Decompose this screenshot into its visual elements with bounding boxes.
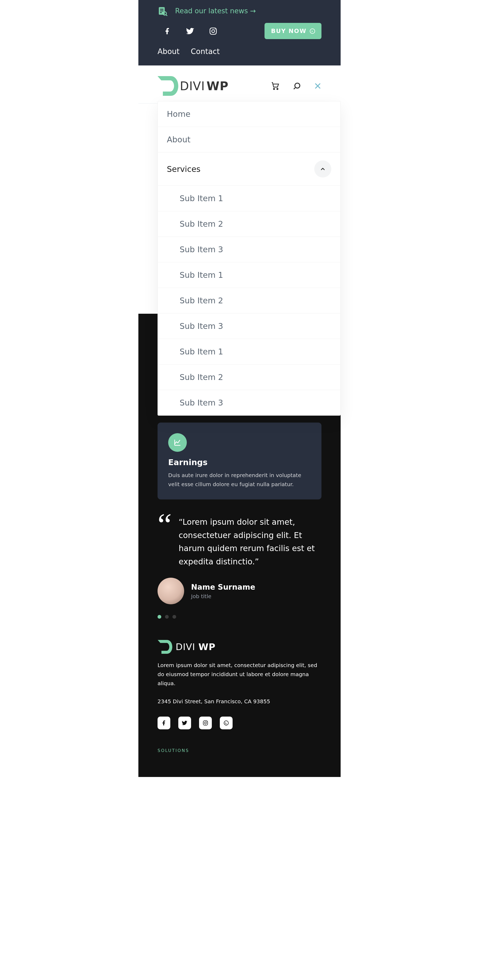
instagram-icon[interactable]: [208, 27, 218, 36]
cart-icon[interactable]: [271, 81, 280, 91]
submenu-label: Sub Item 2: [180, 296, 223, 305]
twitter-icon[interactable]: [186, 27, 195, 36]
svg-point-20: [224, 721, 229, 725]
footer-social: [158, 717, 321, 729]
footer-instagram-icon[interactable]: [199, 717, 212, 729]
carousel-dot[interactable]: [172, 615, 176, 619]
close-icon[interactable]: [314, 82, 321, 90]
menu-item-label: Home: [167, 109, 191, 119]
svg-point-10: [277, 88, 278, 89]
svg-point-9: [274, 88, 275, 89]
submenu-label: Sub Item 1: [180, 194, 223, 203]
avatar: [158, 578, 184, 604]
facebook-icon[interactable]: [163, 27, 172, 36]
footer-whatsapp-icon[interactable]: [220, 717, 232, 729]
footer-twitter-icon[interactable]: [178, 717, 191, 729]
topbar-links: About Contact: [158, 47, 321, 58]
card-title: Earnings: [168, 458, 311, 467]
news-icon: [158, 6, 168, 16]
logo-text-2: WP: [207, 79, 229, 93]
svg-rect-6: [210, 28, 216, 34]
footer-description: Lorem ipsum dolor sit amet, consectetur …: [158, 661, 321, 688]
submenu-label: Sub Item 2: [180, 219, 223, 229]
svg-rect-17: [203, 721, 208, 725]
logo-mark-icon: [158, 76, 178, 96]
logo[interactable]: DIVIWP: [158, 76, 229, 96]
submenu-label: Sub Item 2: [180, 372, 223, 382]
quote-icon: “: [158, 515, 172, 535]
testimonial: “ “Lorem ipsum dolor sit amet, consectet…: [158, 515, 321, 568]
submenu-item[interactable]: Sub Item 2: [158, 211, 341, 237]
submenu-item[interactable]: Sub Item 3: [158, 390, 341, 415]
svg-point-19: [207, 721, 207, 722]
chart-icon: [168, 433, 187, 452]
svg-point-7: [212, 30, 215, 32]
testimonial-author: Name Surname Job title: [158, 578, 321, 604]
topbar-contact-link[interactable]: Contact: [191, 47, 220, 56]
submenu-item[interactable]: Sub Item 1: [158, 262, 341, 288]
footer-logo-text-2: WP: [199, 641, 216, 652]
svg-point-18: [204, 722, 206, 724]
author-name: Name Surname: [191, 583, 255, 592]
menu-item-services[interactable]: Services: [158, 153, 341, 186]
author-title: Job title: [191, 593, 211, 600]
submenu-item[interactable]: Sub Item 2: [158, 364, 341, 390]
svg-point-11: [295, 83, 300, 88]
chevron-up-icon[interactable]: [314, 161, 331, 178]
buy-now-button[interactable]: BUY NOW ›: [264, 23, 321, 39]
submenu-item[interactable]: Sub Item 1: [158, 186, 341, 211]
carousel-dot[interactable]: [158, 615, 161, 619]
submenu-label: Sub Item 3: [180, 321, 223, 331]
header: DIVIWP: [138, 65, 341, 103]
search-icon[interactable]: [292, 81, 302, 91]
menu-item-about[interactable]: About: [158, 127, 341, 153]
news-link[interactable]: Read our latest news →: [175, 7, 256, 15]
footer-logo-text-1: DIVI: [176, 641, 195, 652]
footer-address: 2345 Divi Street, San Francisco, CA 9385…: [158, 697, 321, 706]
buy-now-label: BUY NOW: [271, 28, 307, 34]
menu-item-home[interactable]: Home: [158, 101, 341, 127]
submenu-label: Sub Item 3: [180, 245, 223, 254]
logo-text-1: DIVI: [180, 79, 205, 93]
carousel-dots: [158, 615, 321, 619]
submenu-item[interactable]: Sub Item 2: [158, 288, 341, 313]
submenu-item[interactable]: Sub Item 1: [158, 339, 341, 364]
card-body: Duis aute irure dolor in reprehenderit i…: [168, 471, 311, 489]
menu-item-label: Services: [167, 164, 201, 174]
svg-line-12: [294, 88, 295, 89]
submenu-label: Sub Item 1: [180, 270, 223, 280]
submenu-label: Sub Item 3: [180, 398, 223, 407]
footer-section-heading: SOLUTIONS: [158, 748, 321, 753]
topbar-about-link[interactable]: About: [158, 47, 180, 56]
mobile-menu-panel: Home About Services Sub Item 1 Sub Item …: [158, 101, 341, 416]
svg-line-5: [166, 14, 167, 16]
feature-card-earnings: Earnings Duis aute irure dolor in repreh…: [158, 423, 321, 500]
social-icons: [158, 27, 218, 36]
menu-item-label: About: [167, 135, 191, 144]
svg-point-8: [215, 29, 216, 30]
submenu-item[interactable]: Sub Item 3: [158, 313, 341, 339]
footer-logo: DIVIWP: [158, 640, 321, 654]
submenu-label: Sub Item 1: [180, 347, 223, 356]
footer-facebook-icon[interactable]: [158, 717, 170, 729]
quote-text: “Lorem ipsum dolor sit amet, consectetue…: [178, 515, 321, 568]
logo-mark-icon: [158, 640, 172, 654]
chevron-right-icon: ›: [310, 29, 315, 34]
carousel-dot[interactable]: [165, 615, 169, 619]
submenu-item[interactable]: Sub Item 3: [158, 237, 341, 262]
topbar: Read our latest news → BUY NOW › About: [138, 0, 341, 65]
